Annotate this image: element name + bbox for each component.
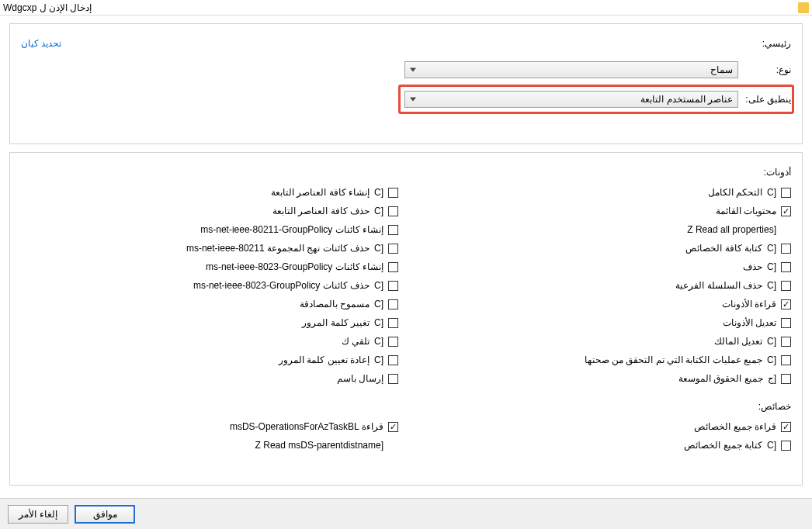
checkbox[interactable]: [388, 337, 398, 347]
item-label: [Z Read msDS-parentdistname: [255, 438, 383, 452]
permission-item: [Cتعديل المالك: [414, 334, 791, 348]
item-label: مسموح بالمصادقة: [300, 297, 370, 311]
item-label: إنشاء كافة العناصر التابعة: [271, 185, 370, 199]
permissions-title: أذونات:: [21, 167, 791, 178]
item-label: كتابة جميع الخصائص: [684, 438, 762, 452]
checkbox[interactable]: [781, 318, 791, 328]
item-prefix: [C: [374, 316, 383, 330]
type-dropdown[interactable]: سماح: [404, 61, 738, 78]
footer: إلغاء الأمر موافق: [0, 498, 812, 529]
item-prefix: [C: [374, 297, 383, 311]
checkbox[interactable]: [388, 318, 398, 328]
item-label: التحكم الكامل: [708, 185, 762, 199]
checkbox[interactable]: [781, 441, 791, 451]
item-label: حذف: [743, 260, 762, 274]
principal-panel: رئيسي: تحديد كيان نوع: سماح ينطبق على: ع…: [9, 23, 803, 144]
item-prefix: [C: [767, 438, 776, 452]
item-label: تلقي ك: [342, 334, 370, 348]
checkbox[interactable]: [781, 355, 791, 365]
item-prefix: [C: [767, 260, 776, 274]
checkbox[interactable]: [388, 206, 398, 216]
applies-dropdown[interactable]: عناصر المستخدم التابعة: [404, 91, 738, 108]
checkbox[interactable]: [781, 299, 791, 309]
permission-item: [Cجميع عمليات الكتابة التي تم التحقق من …: [414, 353, 791, 367]
item-label: قراءة msDS-OperationsForAzTaskBL: [230, 420, 383, 434]
chevron-down-icon: [410, 68, 416, 72]
item-prefix: [C: [767, 241, 776, 255]
item-label: جميع الحقوق الموسعة: [678, 372, 763, 386]
item-label: تعديل الأذونات: [723, 316, 776, 330]
checkbox[interactable]: [388, 244, 398, 254]
item-label: قراءة جميع الخصائص: [694, 420, 776, 434]
folder-icon: [798, 2, 809, 13]
checkbox[interactable]: [388, 299, 398, 309]
permission-item: إنشاء كائنات ms-net-ieee-80211-GroupPoli…: [21, 223, 398, 237]
item-prefix: [C: [374, 185, 383, 199]
checkbox[interactable]: [388, 422, 398, 432]
properties-column-left: قراءة جميع الخصائص[Cكتابة جميع الخصائص: [414, 420, 791, 457]
item-label: حذف كائنات نهج المجموعة ms-net-ieee-8021…: [186, 241, 370, 255]
permission-item: [Cحذف كائنات نهج المجموعة ms-net-ieee-80…: [21, 241, 398, 255]
item-prefix: [C: [374, 353, 383, 367]
item-label: حذف كائنات ms-net-ieee-8023-GroupPolicy: [193, 278, 370, 292]
permission-item: [Cكتابة كافة الخصائص: [414, 241, 791, 255]
permission-item: تعديل الأذونات: [414, 316, 791, 330]
item-label: تغيير كلمة المرور: [302, 316, 370, 330]
type-label: نوع:: [744, 64, 791, 75]
item-prefix: [ج: [768, 372, 776, 386]
permission-item: قراءة الأذونات: [414, 297, 791, 311]
checkbox[interactable]: [781, 337, 791, 347]
item-label: إنشاء كائنات ms-net-ieee-8023-GroupPolic…: [206, 260, 383, 274]
permission-item: إنشاء كائنات ms-net-ieee-8023-GroupPolic…: [21, 260, 398, 274]
item-prefix: [C: [374, 241, 383, 255]
checkbox[interactable]: [781, 188, 791, 198]
permission-item: [Cإعادة تعيين كلمة المرور: [21, 353, 398, 367]
item-prefix: [C: [767, 185, 776, 199]
select-entity-link[interactable]: تحديد كيان: [21, 38, 61, 49]
checkbox[interactable]: [388, 188, 398, 198]
item-label: تعديل المالك: [714, 334, 762, 348]
item-label: قراءة الأذونات: [722, 297, 776, 311]
item-label: إنشاء كائنات ms-net-ieee-80211-GroupPoli…: [200, 223, 383, 237]
permission-item: [Z Read all properties: [414, 223, 791, 237]
titlebar: Wdgcxp إدخال الإذن ل: [0, 0, 812, 16]
permission-item: [Z Read msDS-parentdistname: [21, 438, 398, 452]
type-value: سماح: [710, 64, 733, 75]
checkbox[interactable]: [781, 281, 791, 291]
item-label: إعادة تعيين كلمة المرور: [279, 353, 370, 367]
permissions-column-left: [Cالتحكم الكاملمحتويات القائمة[Z Read al…: [414, 185, 791, 390]
permission-item: [Cتغيير كلمة المرور: [21, 316, 398, 330]
applies-label: ينطبق على:: [744, 94, 791, 105]
checkbox[interactable]: [781, 244, 791, 254]
checkbox[interactable]: [388, 374, 398, 384]
chevron-down-icon: [410, 98, 416, 102]
permission-item: [Cحذف: [414, 260, 791, 274]
permission-item: [ججميع الحقوق الموسعة: [414, 372, 791, 386]
checkbox[interactable]: [781, 262, 791, 272]
item-prefix: [C: [374, 204, 383, 218]
item-prefix: [C: [374, 334, 383, 348]
permission-item: قراءة جميع الخصائص: [414, 420, 791, 434]
item-label: حذف السلسلة الفرعية: [675, 278, 762, 292]
checkbox[interactable]: [781, 422, 791, 432]
checkbox[interactable]: [388, 262, 398, 272]
checkbox[interactable]: [388, 225, 398, 235]
checkbox[interactable]: [781, 206, 791, 216]
item-label: إرسال باسم: [337, 372, 383, 386]
checkbox[interactable]: [388, 281, 398, 291]
checkbox[interactable]: [781, 374, 791, 384]
ok-button[interactable]: موافق: [75, 505, 135, 524]
permissions-column-right: [Cإنشاء كافة العناصر التابعة[Cحذف كافة ا…: [21, 185, 398, 390]
cancel-button[interactable]: إلغاء الأمر: [8, 505, 68, 524]
item-label: كتابة كافة الخصائص: [685, 241, 762, 255]
item-prefix: [C: [767, 278, 776, 292]
permission-item: [Cكتابة جميع الخصائص: [414, 438, 791, 452]
item-label: جميع عمليات الكتابة التي تم التحقق من صح…: [585, 353, 762, 367]
permission-item: [Cالتحكم الكامل: [414, 185, 791, 199]
permissions-panel: أذونات: [Cالتحكم الكاملمحتويات القائمة[Z…: [9, 152, 803, 486]
item-prefix: [C: [767, 353, 776, 367]
permission-item: إرسال باسم: [21, 372, 398, 386]
checkbox[interactable]: [388, 355, 398, 365]
item-label: [Z Read all properties: [687, 223, 776, 237]
properties-column-right: قراءة msDS-OperationsForAzTaskBL[Z Read …: [21, 420, 398, 457]
